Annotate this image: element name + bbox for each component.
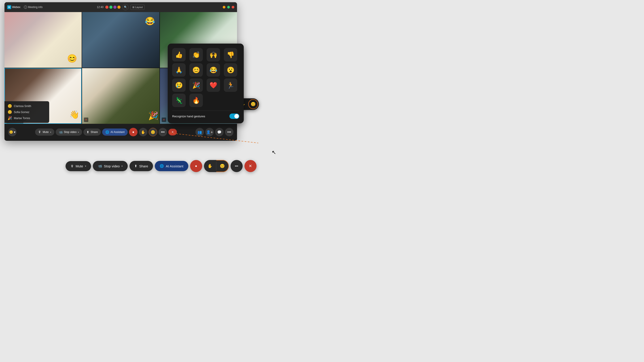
minimize-button[interactable] (223, 6, 226, 8)
mic-icon: 🎙 (38, 130, 41, 134)
emoji-laugh[interactable]: 😂 (206, 63, 220, 77)
ai-icon: 🌐 (105, 130, 109, 134)
toolbar: 😊 ▾ 🎙 Mute ▾ 📹 Stop video ▾ ⬆ Share 🌐 AI… (4, 124, 237, 140)
record-button[interactable]: ● (129, 128, 138, 136)
title-bar: W Webex i Meeting info 12:40 🔍 ⊞ Layout (4, 2, 237, 12)
layout-button[interactable]: ⊞ Layout (130, 5, 145, 10)
big-stop-video-button[interactable]: 📹 Stop video ▾ (93, 161, 128, 171)
name-clarissa: Clarissa Smith (14, 105, 31, 108)
video-bg-1 (4, 12, 82, 68)
record-indicator (105, 5, 108, 9)
muted-icon-5: ✕ (84, 117, 88, 122)
close-button[interactable] (232, 6, 234, 8)
big-mute-button[interactable]: 🎙 Mute ▾ (66, 161, 91, 171)
emoji-party[interactable]: 🎉 (190, 78, 203, 92)
webex-label: Webex (12, 5, 20, 9)
big-camera-icon: 📹 (98, 164, 102, 168)
end-button[interactable]: ✕ (168, 129, 177, 135)
layout-label: Layout (135, 6, 143, 8)
stop-video-label: Stop video (64, 130, 77, 134)
emoji-grid: 👍 👏 🙌 👎 🙏 😊 😂 😮 😢 🎉 ❤️ 🏃 🦎 🔥 (172, 48, 239, 107)
mute-label: Mute (43, 130, 49, 134)
stop-video-button[interactable]: 📹 Stop video ▾ (56, 128, 82, 136)
video-cell-1: 😊 (4, 12, 82, 68)
big-mute-label: Mute (76, 164, 83, 168)
video-cell-5: ✕ 🎉 (82, 68, 159, 124)
emoji-lizard[interactable]: 🦎 (172, 94, 186, 107)
big-combined-button: ✋ 😊 (204, 160, 229, 172)
participants-button[interactable]: 👥 (196, 128, 204, 136)
emoji-run[interactable]: 🏃 (224, 78, 237, 92)
emoji-sofia: 😊 (8, 110, 12, 114)
indicators (105, 5, 120, 9)
add-person-button[interactable]: 👤+ (205, 128, 214, 136)
emoji-fire[interactable]: 🔥 (190, 94, 203, 107)
toolbar-right-icons: 👥 👤+ 💬 ••• (196, 128, 234, 136)
emoji-hands-up[interactable]: 🙌 (206, 48, 220, 61)
more-button[interactable]: ••• (158, 128, 167, 136)
webex-logo: W Webex (7, 5, 20, 9)
indicator-orange (118, 5, 120, 9)
emoji-thumbs-up[interactable]: 👍 (172, 48, 186, 61)
big-share-button[interactable]: ⬆ Share (130, 161, 153, 171)
big-share-icon: ⬆ (134, 164, 137, 168)
title-bar-center: 12:40 🔍 ⊞ Layout (97, 4, 145, 10)
emoji-marise: 🎉 (8, 116, 12, 120)
ai-label: AI Assistant (110, 130, 124, 134)
big-ai-button[interactable]: 🌐 AI Assistant (155, 161, 188, 171)
participants-list: 😊 Clarissa Smith 😊 Sofia Gomez 🎉 Marise … (4, 101, 49, 123)
reactions-button[interactable]: 😊 (149, 128, 157, 136)
emoji-wow[interactable]: 😮 (224, 63, 237, 77)
name-sofia: Sofia Gomez (14, 111, 29, 114)
share-button[interactable]: ⬆ Share (84, 128, 101, 136)
big-mic-icon: 🎙 (70, 164, 74, 168)
emoji-clarissa: 😊 (8, 104, 12, 108)
emoji-heart[interactable]: ❤️ (206, 78, 220, 92)
emoji-pray[interactable]: 🙏 (172, 63, 186, 77)
camera-icon: 📹 (59, 130, 62, 134)
video-cell-2: 😂 (82, 12, 159, 68)
emoji-thumbs-down[interactable]: 👎 (224, 48, 237, 61)
meeting-info-label: Meeting info (28, 5, 42, 9)
big-ai-icon: 🌐 (160, 164, 164, 168)
title-bar-right (223, 6, 234, 8)
layout-icon: ⊞ (132, 6, 134, 9)
cursor: ↖ (272, 149, 276, 156)
big-record-button[interactable]: ● (190, 160, 202, 172)
search-button[interactable]: 🔍 (122, 4, 128, 10)
participant-item-marise: 🎉 Marise Torres (6, 115, 48, 121)
big-hand-raise-button[interactable]: ✋ (204, 160, 216, 172)
hand-gesture-toggle[interactable] (230, 113, 239, 119)
ai-assistant-button[interactable]: 🌐 AI Assistant (102, 128, 128, 136)
stop-video-chevron-icon: ▾ (78, 131, 79, 133)
mute-button[interactable]: 🎙 Mute ▾ (35, 128, 54, 136)
time-display: 12:40 (97, 5, 104, 9)
hand-gesture-row: Recognize hand gestures (172, 111, 239, 119)
big-more-button[interactable]: ••• (230, 160, 242, 172)
big-mute-chevron: ▾ (85, 165, 86, 168)
bottom-toolbar: 🎙 Mute ▾ 📹 Stop video ▾ ⬆ Share 🌐 AI Ass… (66, 160, 256, 172)
big-end-button[interactable]: ✕ (244, 160, 256, 172)
meeting-info-button[interactable]: i Meeting info (22, 5, 44, 9)
mute-chevron-icon: ▾ (50, 131, 51, 133)
big-stop-video-chevron: ▾ (122, 165, 123, 168)
reaction-small-button[interactable]: 😊 (248, 99, 258, 109)
title-bar-left: W Webex i Meeting info (7, 5, 44, 9)
muted-icon-6: ✕ (162, 117, 166, 122)
maximize-button[interactable] (227, 6, 230, 8)
big-reaction-button[interactable]: 😊 (216, 160, 229, 172)
share-icon: ⬆ (86, 130, 89, 134)
name-marise: Marise Torres (14, 117, 30, 120)
webex-icon: W (7, 5, 11, 9)
emoji-smile[interactable]: 😊 (190, 63, 203, 77)
emoji-clap[interactable]: 👏 (190, 48, 203, 61)
chat-button[interactable]: 💬 (215, 128, 224, 136)
big-share-label: Share (139, 164, 148, 168)
video-bg-2 (82, 12, 159, 68)
big-ai-label: AI Assistant (166, 164, 183, 168)
emoji-reactions-left-button[interactable]: 😊 ▾ (8, 128, 16, 136)
hand-raise-button[interactable]: ✋ (139, 128, 147, 136)
emoji-sad[interactable]: 😢 (172, 78, 186, 92)
more-options-button[interactable]: ••• (225, 128, 234, 136)
toggle-knob (234, 114, 239, 118)
